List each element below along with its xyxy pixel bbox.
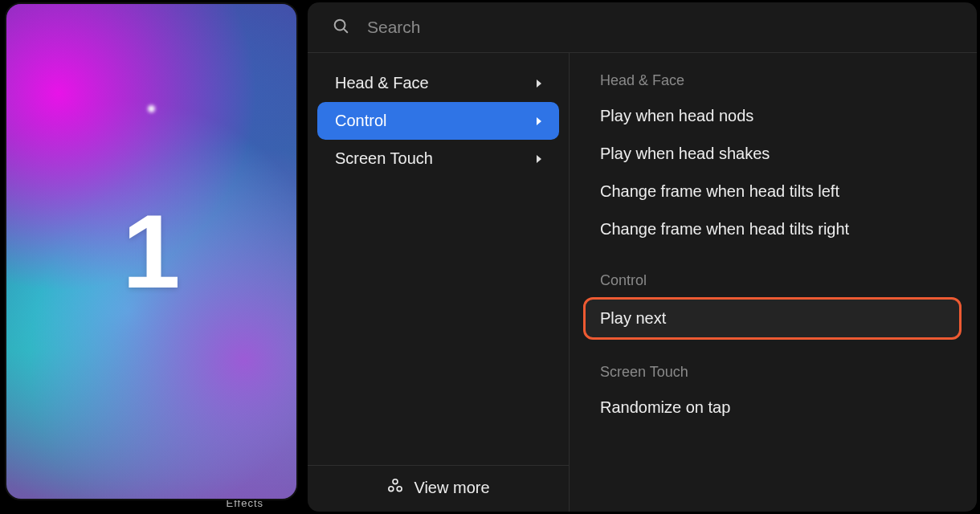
category-label: Control	[335, 112, 386, 130]
option-label: Change frame when head tilts right	[600, 220, 849, 238]
preview-number: 1	[6, 4, 296, 499]
search-bar[interactable]: Search	[308, 2, 977, 53]
category-label: Head & Face	[335, 74, 429, 92]
search-icon	[332, 17, 349, 38]
view-more-button[interactable]: View more	[308, 465, 569, 512]
option-label: Randomize on tap	[600, 398, 730, 416]
option-change-frame-tilt-left[interactable]: Change frame when head tilts left	[586, 173, 959, 210]
search-placeholder: Search	[367, 18, 421, 37]
option-play-next[interactable]: Play next	[583, 297, 962, 340]
category-head-and-face[interactable]: Head & Face	[317, 64, 559, 102]
option-play-when-head-nods[interactable]: Play when head nods	[586, 97, 959, 135]
preview-panel: 1	[5, 2, 298, 500]
option-randomize-on-tap[interactable]: Randomize on tap	[586, 389, 959, 426]
chevron-right-icon	[537, 117, 541, 125]
option-label: Play when head nods	[600, 107, 753, 124]
option-change-frame-tilt-right[interactable]: Change frame when head tilts right	[586, 210, 959, 248]
category-list: Head & Face Control Screen Touch	[308, 53, 570, 512]
view-more-icon	[386, 477, 404, 499]
svg-point-3	[389, 487, 394, 492]
section-header-control: Control	[586, 267, 959, 297]
chevron-right-icon	[537, 80, 541, 88]
svg-line-1	[344, 29, 347, 32]
option-play-when-head-shakes[interactable]: Play when head shakes	[586, 135, 959, 173]
svg-point-2	[394, 479, 398, 484]
option-label: Play when head shakes	[600, 145, 770, 162]
options-list: Head & Face Play when head nods Play whe…	[570, 53, 977, 512]
option-label: Play next	[600, 309, 666, 327]
option-label: Change frame when head tilts left	[600, 182, 839, 200]
section-header-screen-touch: Screen Touch	[586, 359, 959, 389]
section-header-head-face: Head & Face	[586, 67, 959, 97]
category-control[interactable]: Control	[317, 102, 559, 140]
chevron-right-icon	[537, 155, 541, 163]
menu-panel: Search Head & Face Control Screen Touch	[308, 2, 977, 512]
category-screen-touch[interactable]: Screen Touch	[317, 140, 559, 177]
view-more-label: View more	[414, 479, 489, 497]
svg-point-4	[398, 487, 402, 492]
category-label: Screen Touch	[335, 149, 433, 168]
